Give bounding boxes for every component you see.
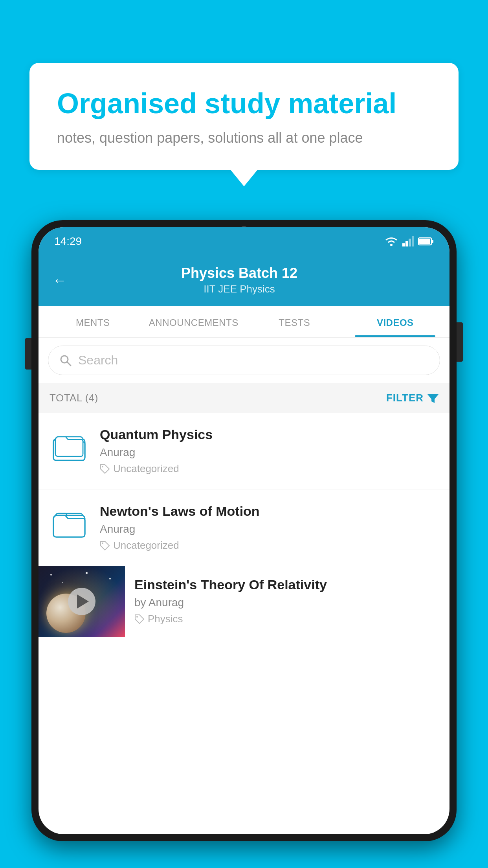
svg-point-17 xyxy=(102,542,103,544)
status-bar: 14:29 xyxy=(39,227,449,256)
tab-announcements[interactable]: ANNOUNCEMENTS xyxy=(143,306,244,337)
bubble-title: Organised study material xyxy=(57,86,431,120)
tab-tests[interactable]: TESTS xyxy=(244,306,345,337)
bubble-subtitle: notes, question papers, solutions all at… xyxy=(57,130,431,146)
list-item[interactable]: Newton's Laws of Motion Anurag Uncategor… xyxy=(39,489,449,566)
item-title: Einstein's Theory Of Relativity xyxy=(134,577,438,592)
status-icons xyxy=(384,236,434,247)
search-placeholder: Search xyxy=(78,353,118,368)
filter-button[interactable]: FILTER xyxy=(386,392,438,404)
item-author: by Anurag xyxy=(134,596,438,609)
app-bar: ← Physics Batch 12 IIT JEE Physics xyxy=(39,256,449,306)
folder-icon xyxy=(51,429,87,464)
search-box[interactable]: Search xyxy=(48,346,440,375)
status-time: 14:29 xyxy=(54,235,82,248)
item-author: Anurag xyxy=(100,523,438,535)
item-tag: Physics xyxy=(134,613,438,625)
item-tag: Uncategorized xyxy=(100,539,438,552)
phone-frame: 14:29 xyxy=(31,220,457,868)
search-container: Search xyxy=(39,338,449,383)
svg-rect-3 xyxy=(409,239,411,246)
folder-icon xyxy=(51,506,87,541)
item-thumbnail xyxy=(50,504,89,543)
item-thumbnail xyxy=(50,427,89,466)
svg-rect-7 xyxy=(419,239,430,244)
video-list: Quantum Physics Anurag Uncategorized xyxy=(39,413,449,637)
filter-bar: TOTAL (4) FILTER xyxy=(39,383,449,413)
play-button[interactable] xyxy=(68,588,95,615)
tag-icon xyxy=(134,614,145,624)
battery-icon xyxy=(418,237,434,246)
svg-point-18 xyxy=(136,616,138,618)
list-item[interactable]: Quantum Physics Anurag Uncategorized xyxy=(39,413,449,489)
tab-videos[interactable]: VIDEOS xyxy=(345,306,446,337)
item-title: Quantum Physics xyxy=(100,427,438,442)
speech-bubble-card: Organised study material notes, question… xyxy=(29,63,459,170)
svg-line-9 xyxy=(67,362,71,366)
svg-marker-10 xyxy=(427,394,438,403)
tag-icon xyxy=(100,464,110,474)
app-bar-subtitle: IIT JEE Physics xyxy=(76,283,402,295)
item-author: Anurag xyxy=(100,446,438,459)
wifi-icon xyxy=(384,236,398,247)
total-count: TOTAL (4) xyxy=(50,392,98,404)
video-thumbnail-image xyxy=(39,566,125,637)
list-item[interactable]: Einstein's Theory Of Relativity by Anura… xyxy=(39,566,449,637)
search-icon xyxy=(59,354,72,367)
filter-icon xyxy=(427,393,438,404)
svg-rect-6 xyxy=(431,240,433,243)
item-tag: Uncategorized xyxy=(100,463,438,475)
app-bar-title: Physics Batch 12 xyxy=(76,265,402,281)
tab-bar: MENTS ANNOUNCEMENTS TESTS VIDEOS xyxy=(39,306,449,338)
item-title: Newton's Laws of Motion xyxy=(100,504,438,519)
svg-rect-1 xyxy=(402,243,405,246)
item-info: Einstein's Theory Of Relativity by Anura… xyxy=(125,566,449,636)
signal-icon xyxy=(402,236,414,246)
svg-rect-4 xyxy=(412,236,414,246)
tag-icon xyxy=(100,541,110,551)
svg-point-0 xyxy=(390,244,393,246)
item-info: Newton's Laws of Motion Anurag Uncategor… xyxy=(100,504,438,552)
back-button[interactable]: ← xyxy=(53,273,67,287)
svg-point-14 xyxy=(102,466,103,467)
item-info: Quantum Physics Anurag Uncategorized xyxy=(100,427,438,475)
tab-ments[interactable]: MENTS xyxy=(42,306,143,337)
svg-rect-2 xyxy=(405,241,408,246)
